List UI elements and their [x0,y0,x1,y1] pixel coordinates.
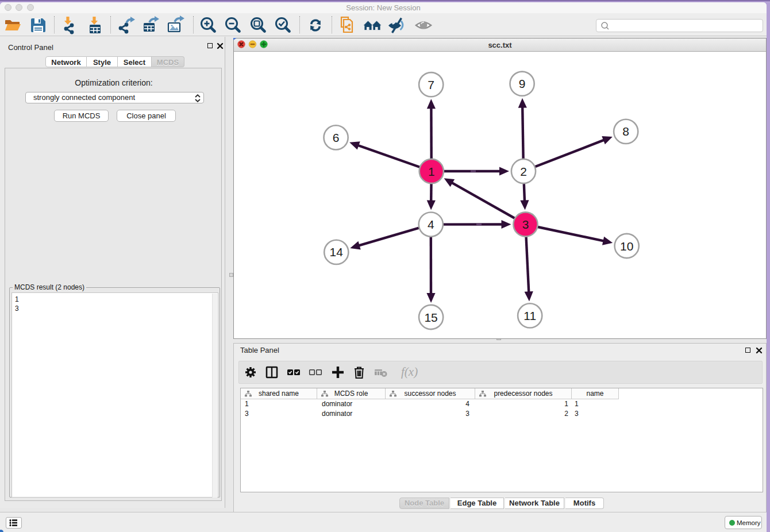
svg-text:11: 11 [523,309,536,322]
svg-text:7: 7 [428,78,434,91]
svg-text:6: 6 [333,131,340,144]
svg-text:9: 9 [519,77,526,90]
svg-text:1: 1 [428,165,435,178]
svg-text:2: 2 [520,165,527,178]
svg-text:14: 14 [330,245,344,259]
svg-text:10: 10 [620,240,633,253]
svg-text:8: 8 [622,125,629,138]
svg-text:3: 3 [522,218,529,231]
svg-text:4: 4 [428,218,434,231]
svg-text:15: 15 [424,311,437,324]
